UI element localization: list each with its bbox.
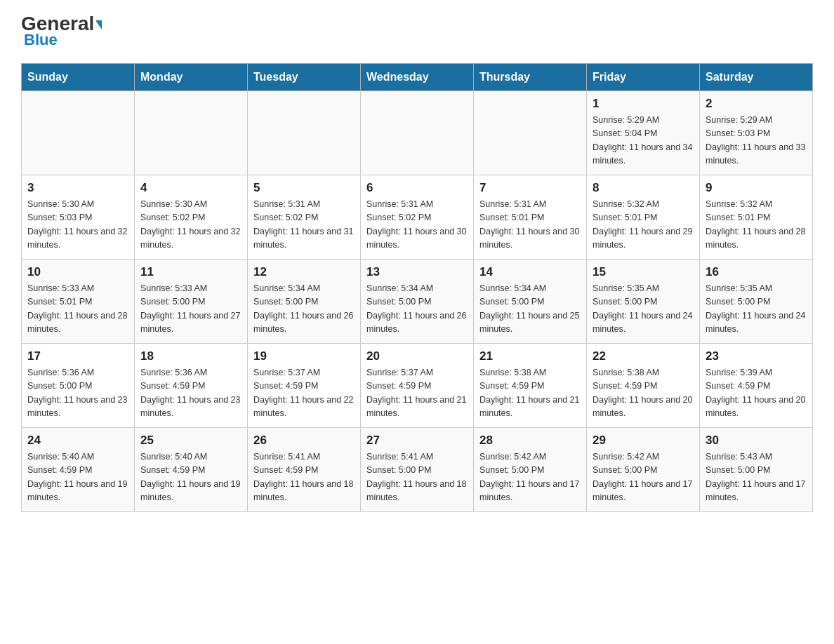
week-row-4: 17Sunrise: 5:36 AMSunset: 5:00 PMDayligh… [22, 344, 813, 428]
sun-info: Sunrise: 5:40 AMSunset: 4:59 PMDaylight:… [27, 450, 128, 505]
calendar-cell: 11Sunrise: 5:33 AMSunset: 5:00 PMDayligh… [135, 260, 248, 344]
day-number: 8 [593, 181, 694, 195]
sun-info: Sunrise: 5:36 AMSunset: 5:00 PMDaylight:… [27, 366, 128, 421]
calendar-cell: 24Sunrise: 5:40 AMSunset: 4:59 PMDayligh… [22, 428, 135, 512]
week-row-1: 1Sunrise: 5:29 AMSunset: 5:04 PMDaylight… [22, 91, 813, 175]
calendar-cell: 8Sunrise: 5:32 AMSunset: 5:01 PMDaylight… [587, 175, 700, 260]
day-number: 16 [706, 265, 807, 279]
day-number: 14 [479, 265, 581, 279]
calendar-cell: 10Sunrise: 5:33 AMSunset: 5:01 PMDayligh… [22, 260, 135, 344]
day-number: 9 [706, 181, 807, 195]
sun-info: Sunrise: 5:41 AMSunset: 4:59 PMDaylight:… [253, 450, 355, 505]
sun-info: Sunrise: 5:41 AMSunset: 5:00 PMDaylight:… [366, 450, 468, 505]
day-number: 25 [140, 434, 241, 448]
day-number: 17 [27, 349, 128, 363]
day-number: 28 [479, 434, 581, 448]
sun-info: Sunrise: 5:34 AMSunset: 5:00 PMDaylight:… [253, 282, 355, 337]
calendar-cell: 30Sunrise: 5:43 AMSunset: 5:00 PMDayligh… [700, 428, 813, 512]
day-number: 11 [140, 265, 241, 279]
week-row-5: 24Sunrise: 5:40 AMSunset: 4:59 PMDayligh… [22, 428, 813, 512]
calendar-cell: 12Sunrise: 5:34 AMSunset: 5:00 PMDayligh… [248, 260, 361, 344]
day-number: 26 [253, 434, 355, 448]
day-number: 13 [366, 265, 468, 279]
day-number: 15 [593, 265, 694, 279]
calendar-cell: 17Sunrise: 5:36 AMSunset: 5:00 PMDayligh… [22, 344, 135, 428]
sun-info: Sunrise: 5:30 AMSunset: 5:02 PMDaylight:… [140, 198, 241, 253]
calendar-cell: 9Sunrise: 5:32 AMSunset: 5:01 PMDaylight… [700, 175, 813, 260]
sun-info: Sunrise: 5:38 AMSunset: 4:59 PMDaylight:… [479, 366, 581, 421]
sun-info: Sunrise: 5:36 AMSunset: 4:59 PMDaylight:… [140, 366, 241, 421]
calendar-cell [135, 91, 248, 175]
calendar-cell: 20Sunrise: 5:37 AMSunset: 4:59 PMDayligh… [361, 344, 474, 428]
calendar-cell [474, 91, 587, 175]
day-number: 18 [140, 349, 241, 363]
day-number: 1 [593, 97, 694, 111]
sun-info: Sunrise: 5:34 AMSunset: 5:00 PMDaylight:… [366, 282, 468, 337]
day-number: 22 [593, 349, 694, 363]
calendar-cell: 22Sunrise: 5:38 AMSunset: 4:59 PMDayligh… [587, 344, 700, 428]
day-number: 10 [27, 265, 128, 279]
sun-info: Sunrise: 5:43 AMSunset: 5:00 PMDaylight:… [706, 450, 807, 505]
sun-info: Sunrise: 5:35 AMSunset: 5:00 PMDaylight:… [593, 282, 694, 337]
calendar-cell: 4Sunrise: 5:30 AMSunset: 5:02 PMDaylight… [135, 175, 248, 260]
logo-blue-text: Blue [21, 31, 58, 49]
sun-info: Sunrise: 5:42 AMSunset: 5:00 PMDaylight:… [479, 450, 581, 505]
calendar-cell: 21Sunrise: 5:38 AMSunset: 4:59 PMDayligh… [474, 344, 587, 428]
calendar-cell: 26Sunrise: 5:41 AMSunset: 4:59 PMDayligh… [248, 428, 361, 512]
weekday-header-friday: Friday [587, 64, 700, 91]
calendar-cell: 13Sunrise: 5:34 AMSunset: 5:00 PMDayligh… [361, 260, 474, 344]
day-number: 7 [479, 181, 581, 195]
sun-info: Sunrise: 5:30 AMSunset: 5:03 PMDaylight:… [27, 198, 128, 253]
sun-info: Sunrise: 5:40 AMSunset: 4:59 PMDaylight:… [140, 450, 241, 505]
day-number: 24 [27, 434, 128, 448]
calendar-cell: 16Sunrise: 5:35 AMSunset: 5:00 PMDayligh… [700, 260, 813, 344]
day-number: 30 [706, 434, 807, 448]
calendar-cell: 25Sunrise: 5:40 AMSunset: 4:59 PMDayligh… [135, 428, 248, 512]
sun-info: Sunrise: 5:33 AMSunset: 5:01 PMDaylight:… [27, 282, 128, 337]
calendar-cell: 19Sunrise: 5:37 AMSunset: 4:59 PMDayligh… [248, 344, 361, 428]
sun-info: Sunrise: 5:29 AMSunset: 5:04 PMDaylight:… [593, 114, 694, 168]
sun-info: Sunrise: 5:29 AMSunset: 5:03 PMDaylight:… [706, 114, 807, 168]
calendar-cell: 18Sunrise: 5:36 AMSunset: 4:59 PMDayligh… [135, 344, 248, 428]
sun-info: Sunrise: 5:37 AMSunset: 4:59 PMDaylight:… [366, 366, 468, 421]
day-number: 3 [27, 181, 128, 195]
calendar-cell: 3Sunrise: 5:30 AMSunset: 5:03 PMDaylight… [22, 175, 135, 260]
sun-info: Sunrise: 5:31 AMSunset: 5:01 PMDaylight:… [479, 198, 581, 253]
calendar-cell: 7Sunrise: 5:31 AMSunset: 5:01 PMDaylight… [474, 175, 587, 260]
sun-info: Sunrise: 5:32 AMSunset: 5:01 PMDaylight:… [706, 198, 807, 253]
logo: General Blue [21, 14, 102, 49]
calendar-cell: 6Sunrise: 5:31 AMSunset: 5:02 PMDaylight… [361, 175, 474, 260]
day-number: 19 [253, 349, 355, 363]
weekday-header-saturday: Saturday [700, 64, 813, 91]
calendar-cell: 23Sunrise: 5:39 AMSunset: 4:59 PMDayligh… [700, 344, 813, 428]
weekday-header-sunday: Sunday [22, 64, 135, 91]
sun-info: Sunrise: 5:39 AMSunset: 4:59 PMDaylight:… [706, 366, 807, 421]
page-header: General Blue [21, 14, 813, 49]
calendar-cell: 15Sunrise: 5:35 AMSunset: 5:00 PMDayligh… [587, 260, 700, 344]
week-row-3: 10Sunrise: 5:33 AMSunset: 5:01 PMDayligh… [22, 260, 813, 344]
day-number: 20 [366, 349, 468, 363]
calendar-cell: 14Sunrise: 5:34 AMSunset: 5:00 PMDayligh… [474, 260, 587, 344]
sun-info: Sunrise: 5:38 AMSunset: 4:59 PMDaylight:… [593, 366, 694, 421]
weekday-header-wednesday: Wednesday [361, 64, 474, 91]
weekday-header-row: SundayMondayTuesdayWednesdayThursdayFrid… [22, 64, 813, 91]
day-number: 6 [366, 181, 468, 195]
day-number: 29 [593, 434, 694, 448]
day-number: 27 [366, 434, 468, 448]
sun-info: Sunrise: 5:31 AMSunset: 5:02 PMDaylight:… [253, 198, 355, 253]
weekday-header-thursday: Thursday [474, 64, 587, 91]
day-number: 5 [253, 181, 355, 195]
calendar-cell: 2Sunrise: 5:29 AMSunset: 5:03 PMDaylight… [700, 91, 813, 175]
sun-info: Sunrise: 5:42 AMSunset: 5:00 PMDaylight:… [593, 450, 694, 505]
calendar-cell: 1Sunrise: 5:29 AMSunset: 5:04 PMDaylight… [587, 91, 700, 175]
sun-info: Sunrise: 5:37 AMSunset: 4:59 PMDaylight:… [253, 366, 355, 421]
calendar-table: SundayMondayTuesdayWednesdayThursdayFrid… [21, 63, 813, 512]
calendar-cell: 28Sunrise: 5:42 AMSunset: 5:00 PMDayligh… [474, 428, 587, 512]
weekday-header-monday: Monday [135, 64, 248, 91]
calendar-cell [361, 91, 474, 175]
day-number: 12 [253, 265, 355, 279]
week-row-2: 3Sunrise: 5:30 AMSunset: 5:03 PMDaylight… [22, 175, 813, 260]
sun-info: Sunrise: 5:34 AMSunset: 5:00 PMDaylight:… [479, 282, 581, 337]
calendar-cell: 27Sunrise: 5:41 AMSunset: 5:00 PMDayligh… [361, 428, 474, 512]
day-number: 21 [479, 349, 581, 363]
